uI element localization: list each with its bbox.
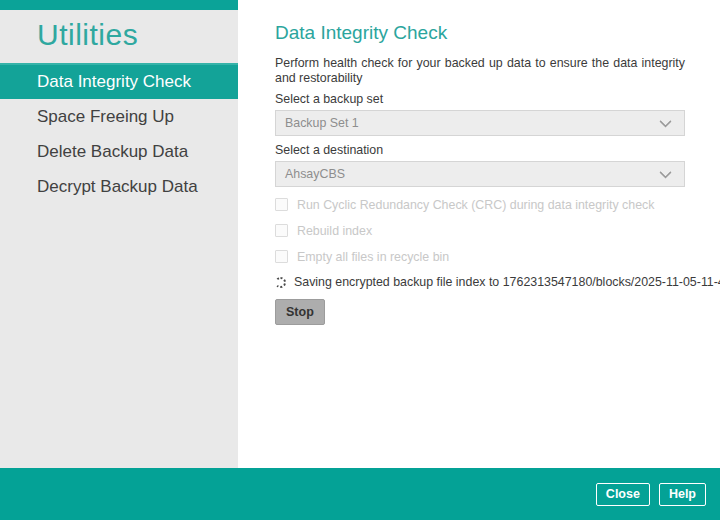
sidebar-top-accent-bar [0,0,238,10]
close-button[interactable]: Close [596,483,650,506]
utilities-window: Utilities Data Integrity Check Space Fre… [0,0,720,520]
sidebar-item-space-freeing-up[interactable]: Space Freeing Up [0,99,238,134]
rebuild-index-label: Rebuild index [297,224,372,238]
empty-recycle-bin-label: Empty all files in recycle bin [297,250,449,264]
sidebar: Utilities Data Integrity Check Space Fre… [0,0,238,468]
backup-set-value: Backup Set 1 [285,116,359,130]
content-title: Data Integrity Check [275,22,685,44]
empty-recycle-bin-checkbox[interactable] [275,250,288,263]
rebuild-index-row: Rebuild index [275,223,685,238]
options-group: Run Cyclic Redundancy Check (CRC) during… [275,197,685,264]
backup-set-label: Select a backup set [275,92,685,106]
crc-check-row: Run Cyclic Redundancy Check (CRC) during… [275,197,685,212]
destination-select[interactable]: AhsayCBS [275,161,685,187]
spinner-icon [275,277,286,288]
chevron-down-icon [659,166,672,179]
rebuild-index-checkbox[interactable] [275,224,288,237]
progress-status-row: Saving encrypted backup file index to 17… [275,275,685,289]
help-button[interactable]: Help [659,483,706,506]
destination-label: Select a destination [275,143,685,157]
footer-bar: Close Help [0,468,720,520]
page-title: Utilities [37,14,238,56]
destination-value: AhsayCBS [285,167,345,181]
stop-button[interactable]: Stop [275,299,325,325]
chevron-down-icon [659,115,672,128]
crc-checkbox-label: Run Cyclic Redundancy Check (CRC) during… [297,198,654,212]
description-text: Perform health check for your backed up … [275,56,685,85]
backup-set-select[interactable]: Backup Set 1 [275,110,685,136]
status-text: Saving encrypted backup file index to 17… [294,275,720,289]
crc-checkbox[interactable] [275,198,288,211]
sidebar-item-data-integrity-check[interactable]: Data Integrity Check [0,63,243,99]
main-content: Data Integrity Check Perform health chec… [238,0,720,468]
sidebar-item-decrypt-backup-data[interactable]: Decrypt Backup Data [0,169,238,204]
empty-recycle-bin-row: Empty all files in recycle bin [275,249,685,264]
sidebar-nav: Data Integrity Check Space Freeing Up De… [0,63,238,204]
sidebar-item-delete-backup-data[interactable]: Delete Backup Data [0,134,238,169]
